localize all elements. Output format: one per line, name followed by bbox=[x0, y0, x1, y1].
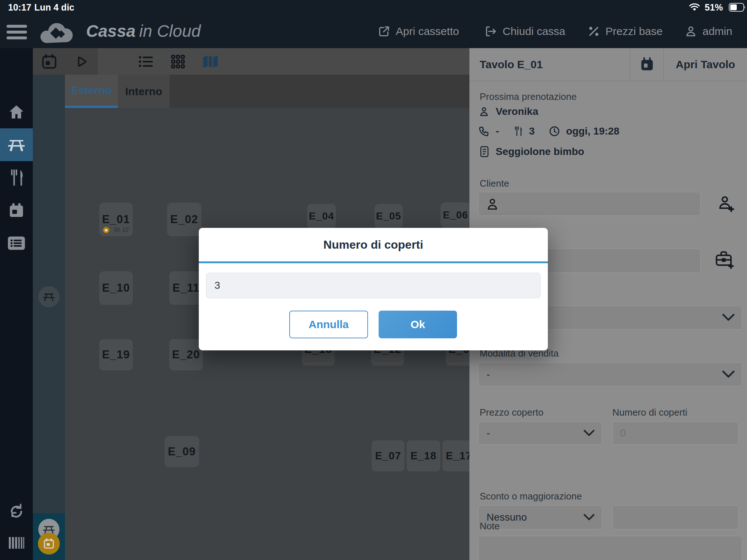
barcode-icon bbox=[8, 536, 25, 550]
add-client-button[interactable] bbox=[716, 194, 735, 213]
table-tile-e07[interactable]: E_07 bbox=[372, 440, 405, 471]
play-button[interactable] bbox=[66, 48, 96, 75]
covers-count: 3 bbox=[529, 125, 535, 137]
prezzo-coperto-select[interactable]: - bbox=[478, 421, 602, 445]
map-view-button[interactable] bbox=[196, 48, 225, 75]
room-shortcut-tables-button[interactable] bbox=[38, 286, 59, 307]
grid-icon bbox=[171, 54, 185, 69]
map-toolbar bbox=[33, 48, 469, 75]
open-drawer-label: Apri cassetto bbox=[396, 25, 459, 38]
list-view-button[interactable] bbox=[131, 48, 160, 75]
sidebar-item-home[interactable] bbox=[0, 96, 33, 128]
rooms-strip bbox=[33, 75, 65, 560]
numero-coperti-input-wrap bbox=[612, 421, 739, 445]
reservation-badge-icon bbox=[103, 227, 109, 233]
modalita-select[interactable]: - bbox=[478, 362, 742, 386]
numero-coperti-input[interactable] bbox=[613, 422, 738, 444]
table-tile-e05[interactable]: E_05 bbox=[375, 204, 403, 229]
panel-calendar-button[interactable] bbox=[630, 48, 663, 81]
table-tile-e01[interactable]: E_01 9h 10' bbox=[99, 203, 133, 236]
table-tile-e09[interactable]: E_09 bbox=[165, 436, 199, 467]
prezzo-coperto-value: - bbox=[487, 427, 490, 439]
hamburger-menu-button[interactable] bbox=[7, 25, 27, 39]
user-icon bbox=[478, 106, 490, 117]
logout-icon bbox=[484, 25, 498, 38]
calendar-icon bbox=[8, 202, 25, 219]
wifi-icon bbox=[689, 3, 700, 12]
list-card-icon bbox=[7, 236, 26, 250]
play-icon bbox=[74, 55, 88, 69]
status-bar: 10:17 Lun 4 dic 51% bbox=[0, 0, 747, 15]
dialog-title: Numero di coperti bbox=[199, 228, 548, 261]
sidebar-item-restaurant[interactable] bbox=[0, 161, 33, 194]
external-link-icon bbox=[378, 25, 391, 38]
base-prices-label: Prezzi base bbox=[605, 25, 663, 38]
table-tile-e19[interactable]: E_19 bbox=[99, 339, 133, 370]
reservation-note: Seggiolone bimbo bbox=[496, 146, 584, 158]
table-tile-e11[interactable]: E_11 bbox=[169, 271, 203, 305]
table-tile-e06[interactable]: E_06 bbox=[441, 202, 469, 228]
user-icon bbox=[684, 25, 697, 38]
add-company-button[interactable] bbox=[715, 249, 734, 269]
next-reservation-label: Prossima prenotazione bbox=[480, 91, 577, 102]
reservation-guest-row: Veronika bbox=[478, 106, 538, 117]
base-prices-button[interactable]: Prezzi base bbox=[587, 15, 663, 48]
cliente-label: Cliente bbox=[480, 178, 509, 189]
note-textarea[interactable] bbox=[478, 536, 742, 560]
ok-button[interactable]: Ok bbox=[379, 311, 457, 338]
open-drawer-button[interactable]: Apri cassetto bbox=[378, 15, 459, 48]
tab-esterno[interactable]: Esterno bbox=[65, 75, 118, 108]
reservations-calendar-button[interactable] bbox=[35, 48, 64, 75]
calendar-check-icon bbox=[43, 537, 55, 550]
guest-phone: - bbox=[496, 125, 499, 137]
covers-count-input[interactable] bbox=[206, 273, 541, 298]
app-screen: 10:17 Lun 4 dic 51% Cassain Cloud bbox=[0, 0, 747, 560]
table-tile-e20[interactable]: E_20 bbox=[169, 339, 203, 370]
percent-icon bbox=[587, 25, 600, 38]
app-bar: Cassain Cloud Apri cassetto Chiudi cassa… bbox=[0, 15, 747, 48]
close-register-label: Chiudi cassa bbox=[503, 25, 565, 38]
table-tile-e02[interactable]: E_02 bbox=[167, 203, 201, 236]
modalita-value: - bbox=[487, 369, 490, 380]
sidebar-item-orders[interactable] bbox=[0, 227, 33, 260]
cancel-button[interactable]: Annulla bbox=[289, 311, 368, 338]
reservations-floating-button[interactable] bbox=[38, 533, 60, 555]
sidebar-item-calendar[interactable] bbox=[0, 194, 33, 227]
home-icon bbox=[8, 103, 25, 121]
close-register-button[interactable]: Chiudi cassa bbox=[484, 15, 565, 48]
guest-name: Veronika bbox=[496, 106, 538, 117]
picnic-table-icon bbox=[7, 137, 26, 153]
table-tile-e18[interactable]: E_18 bbox=[407, 440, 440, 471]
tab-esterno-label: Esterno bbox=[71, 84, 112, 97]
clock-date: Lun 4 dic bbox=[34, 0, 74, 15]
brand-cloud-logo-icon bbox=[38, 19, 77, 45]
sync-button[interactable] bbox=[0, 494, 33, 527]
app-title-bold: Cassa bbox=[86, 22, 136, 40]
table-tile-e04[interactable]: E_04 bbox=[307, 204, 336, 229]
table-tile-e17[interactable]: E_17 bbox=[442, 440, 469, 471]
panel-header: Tavolo E_01 Apri Tavolo bbox=[469, 48, 747, 81]
cliente-input[interactable] bbox=[478, 192, 701, 216]
sidebar-item-tables[interactable] bbox=[0, 128, 33, 161]
sidebar bbox=[0, 48, 33, 560]
reservation-note-row: Seggiolone bimbo bbox=[479, 146, 584, 158]
admin-user-label: admin bbox=[703, 25, 732, 38]
panel-title: Tavolo E_01 bbox=[469, 48, 630, 81]
user-icon bbox=[485, 197, 500, 211]
open-table-button[interactable]: Apri Tavolo bbox=[664, 48, 747, 81]
barcode-button[interactable] bbox=[0, 526, 33, 559]
briefcase-add-icon bbox=[715, 249, 734, 269]
reservation-time: oggi, 19:28 bbox=[566, 125, 619, 137]
admin-user-button[interactable]: admin bbox=[684, 15, 732, 48]
app-title: Cassain Cloud bbox=[86, 21, 201, 41]
chevron-down-icon bbox=[721, 313, 735, 322]
grid-view-button[interactable] bbox=[163, 48, 193, 75]
chevron-down-icon bbox=[721, 370, 735, 379]
note-icon bbox=[479, 146, 490, 158]
numero-coperti-label: Numero di coperti bbox=[612, 407, 687, 418]
tab-interno[interactable]: Interno bbox=[118, 75, 170, 108]
table-elapsed-time: 9h 10' bbox=[114, 227, 129, 233]
clock-time: 10:17 bbox=[8, 0, 31, 15]
table-tile-e10[interactable]: E_10 bbox=[99, 271, 133, 305]
sconto-amount-input[interactable] bbox=[612, 505, 739, 529]
